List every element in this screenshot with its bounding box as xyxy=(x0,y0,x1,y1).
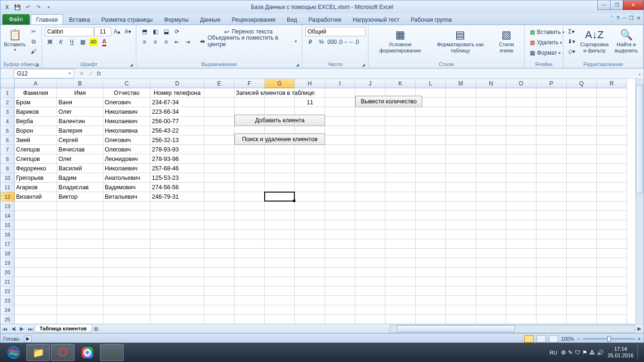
cell[interactable] xyxy=(476,98,506,107)
cell[interactable] xyxy=(57,211,103,220)
column-header[interactable]: P xyxy=(536,79,567,88)
cell[interactable] xyxy=(385,220,416,230)
cell[interactable]: Бром xyxy=(15,98,57,107)
cell[interactable] xyxy=(385,173,416,183)
cell[interactable] xyxy=(416,277,446,286)
cell[interactable] xyxy=(476,88,506,98)
cell[interactable] xyxy=(355,164,385,173)
show-desktop-button[interactable] xyxy=(637,344,642,361)
cell[interactable] xyxy=(204,277,234,286)
cell[interactable] xyxy=(355,126,385,135)
cell[interactable] xyxy=(416,305,446,315)
cell[interactable] xyxy=(536,268,567,277)
cell[interactable] xyxy=(265,230,295,239)
cell[interactable] xyxy=(597,286,627,296)
cell[interactable] xyxy=(15,258,57,268)
row-header[interactable]: 5 xyxy=(0,126,15,135)
format-as-table-button[interactable]: ▤Форматировать как таблицу xyxy=(431,27,490,55)
taskbar-chrome-icon[interactable] xyxy=(75,344,99,361)
font-color-icon[interactable]: A xyxy=(99,37,109,47)
cell[interactable] xyxy=(265,277,295,286)
cell[interactable] xyxy=(446,192,476,202)
system-tray[interactable]: ⚙ ✎ 🛡 ⚑ 🖧 🔊 xyxy=(561,349,604,356)
align-middle-icon[interactable]: ◧ xyxy=(150,27,160,36)
cell[interactable] xyxy=(506,145,536,154)
cell[interactable] xyxy=(567,258,597,268)
cell[interactable] xyxy=(536,249,567,258)
row-header[interactable]: 19 xyxy=(0,258,15,268)
cell[interactable] xyxy=(476,286,506,296)
cell[interactable] xyxy=(446,296,476,305)
zoom-slider[interactable] xyxy=(583,338,635,340)
doc-close-icon[interactable]: ✕ xyxy=(636,15,641,21)
cell[interactable] xyxy=(506,286,536,296)
cell[interactable] xyxy=(265,173,295,183)
cell[interactable] xyxy=(597,277,627,286)
column-header[interactable]: H xyxy=(295,79,325,88)
cell[interactable] xyxy=(567,202,597,211)
cell[interactable] xyxy=(446,183,476,192)
cell[interactable] xyxy=(536,154,567,164)
cell[interactable]: Слепцов xyxy=(15,154,57,164)
cell[interactable] xyxy=(265,211,295,220)
cell[interactable]: Номер телефона xyxy=(151,88,204,98)
column-header[interactable]: M xyxy=(446,79,476,88)
cell[interactable] xyxy=(597,135,627,145)
cell[interactable] xyxy=(416,315,446,324)
cell[interactable] xyxy=(57,249,103,258)
alignment-dialog-icon[interactable]: ◢ xyxy=(296,62,299,67)
increase-decimal-icon[interactable]: .0→ xyxy=(338,37,348,47)
row-header[interactable]: 17 xyxy=(0,239,15,249)
cell[interactable] xyxy=(385,239,416,249)
h-scroll-right-icon[interactable]: ▶ xyxy=(635,325,644,333)
align-top-icon[interactable]: ⬒ xyxy=(139,27,150,36)
cell[interactable] xyxy=(204,117,234,126)
cell[interactable]: Владислав xyxy=(57,183,103,192)
cell[interactable] xyxy=(446,88,476,98)
cell[interactable]: Олегович xyxy=(103,135,151,145)
doc-restore-icon[interactable]: ❐ xyxy=(629,15,634,21)
cell[interactable] xyxy=(536,183,567,192)
column-header[interactable]: K xyxy=(385,79,416,88)
cell[interactable] xyxy=(476,305,506,315)
cell[interactable] xyxy=(204,145,234,154)
cell[interactable] xyxy=(204,220,234,230)
cell[interactable] xyxy=(416,135,446,145)
cell[interactable] xyxy=(476,126,506,135)
cell[interactable] xyxy=(476,145,506,154)
cell[interactable] xyxy=(506,268,536,277)
start-button[interactable] xyxy=(2,344,25,361)
autosum-icon[interactable]: Σ▾ xyxy=(566,27,577,36)
cell[interactable] xyxy=(57,202,103,211)
cell[interactable] xyxy=(295,239,325,249)
cell[interactable] xyxy=(234,230,265,239)
cell[interactable] xyxy=(506,154,536,164)
cell[interactable] xyxy=(446,145,476,154)
column-header[interactable]: N xyxy=(476,79,506,88)
orientation-icon[interactable]: ⟳ xyxy=(172,27,182,36)
cell[interactable] xyxy=(295,154,325,164)
taskbar-lang[interactable]: RU xyxy=(550,350,557,355)
cell[interactable]: Валерия xyxy=(57,126,103,135)
row-header[interactable]: 8 xyxy=(0,154,15,164)
cell[interactable] xyxy=(567,154,597,164)
qat-customize-icon[interactable]: ▾ xyxy=(44,2,53,12)
cell[interactable] xyxy=(536,286,567,296)
cell[interactable] xyxy=(416,145,446,154)
cell[interactable] xyxy=(103,258,151,268)
cell[interactable] xyxy=(416,154,446,164)
cell[interactable] xyxy=(416,268,446,277)
cell[interactable] xyxy=(416,173,446,183)
cell[interactable] xyxy=(151,239,204,249)
cell[interactable] xyxy=(15,286,57,296)
cell[interactable] xyxy=(204,135,234,145)
cell[interactable]: Сергей xyxy=(57,135,103,145)
cell[interactable] xyxy=(355,154,385,164)
cell[interactable] xyxy=(355,230,385,239)
cell[interactable] xyxy=(355,305,385,315)
cell[interactable] xyxy=(416,211,446,220)
sheet-nav-prev-icon[interactable]: ◀ xyxy=(9,325,17,333)
cell[interactable] xyxy=(567,220,597,230)
ribbon-tab-9[interactable]: Рабочая группа xyxy=(405,14,458,25)
cell[interactable]: 278-93-96 xyxy=(151,154,204,164)
